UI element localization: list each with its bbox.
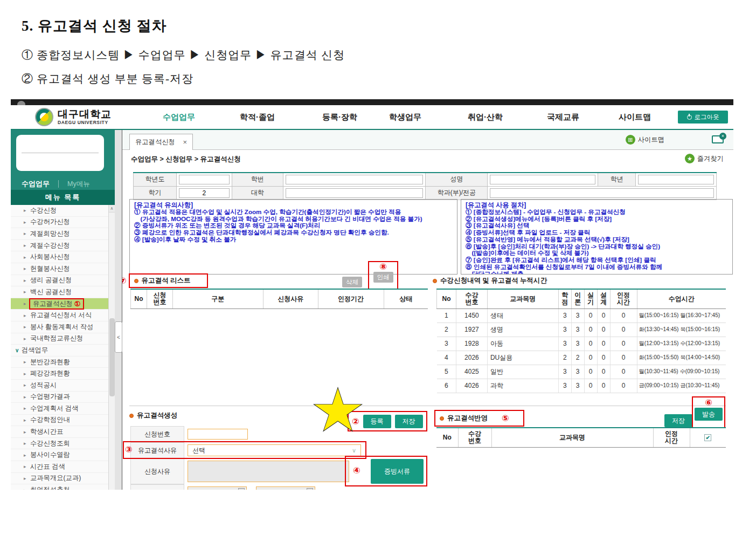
sidebar-menu-item[interactable]: 유고결석신청서 서식 [11,310,114,321]
main-content: 유고결석신청 × ⊞ 사이트맵 수업업무 > 신청업무 > 유고결석신청 ★ 즐… [122,130,733,490]
nav-item-2[interactable]: 등록·장학 [322,112,357,122]
menu-item-label: 수업평가결과 [30,392,70,401]
logout-button[interactable]: 로그아웃 [678,111,728,124]
cell-theory: 3 [571,308,584,323]
nav-item-0[interactable]: 수업업무 [163,112,195,122]
cell-course-name: DU실용 [487,351,558,365]
section-bullet-icon [129,414,134,418]
studentno-input[interactable] [286,175,424,184]
nav-item-4[interactable]: 취업·산학 [468,112,503,122]
apply-save-button[interactable]: 저장 [664,414,692,427]
cell-course-name: 아동 [487,337,558,351]
sidebar-menu-item[interactable]: 교과목개요(교과) [11,473,114,485]
name-input[interactable] [490,175,595,184]
college-input[interactable] [286,188,424,198]
period-start-input[interactable] [188,486,247,490]
menu-item-label: 분반강좌현황 [30,358,70,367]
send-button[interactable]: 발송 [695,408,723,421]
cell-credit: 2 [558,351,571,365]
sidebar-menu-item[interactable]: 취업적성추천 [11,484,114,490]
favorite-link[interactable]: ★ 즐겨찾기 [685,154,724,163]
absence-reason-select[interactable]: 선택 ∨ [188,444,361,456]
grade-input[interactable] [638,175,714,184]
nav-item-1[interactable]: 학적·졸업 [240,112,275,122]
sidebar-menu-item[interactable]: 헌혈봉사신청 [11,263,114,275]
sidebar-menu-item[interactable]: 수강허가신청 [11,217,114,229]
create-save-button[interactable]: 저장 [395,415,423,428]
tab-absence-request[interactable]: 유고결석신청 × [129,134,193,150]
sidebar-collapse-handle[interactable]: < [115,321,122,353]
menu-item-annotation: ① [74,300,81,308]
cell-recognized-hours: 0 [610,323,637,337]
attach-evidence-button[interactable]: 증빙서류 [371,459,424,484]
year-input[interactable] [179,175,230,184]
sidebar-menu-item[interactable]: 분반강좌현황 [11,356,114,368]
tab-close-icon[interactable]: × [183,138,187,146]
annotation-3: ③ [125,444,133,455]
notice-line: 담당교수님께 제출 [466,271,728,275]
sitemap-link[interactable]: ⊞ 사이트맵 [626,135,664,145]
sidebar-menu-item[interactable]: 학생시간표 [11,426,114,438]
menu-arrow-icon [24,313,29,318]
sidebar-tab-main[interactable]: 수업업무 [22,179,50,189]
calendar-icon[interactable] [307,488,313,490]
calendar-icon[interactable] [238,488,245,490]
sidebar-menu-item[interactable]: 폐강강좌현황 [11,368,114,380]
create-section-title: 유고결석생성 [129,411,177,420]
enrollment-column-header: No [437,289,456,308]
cell-practice: 0 [584,323,597,337]
menu-arrow-icon [24,406,29,411]
reqno-input[interactable] [188,429,248,440]
print-button[interactable]: 인쇄 [373,272,393,283]
nav-item-3[interactable]: 학생업무 [389,112,421,122]
scrollbar-up-icon[interactable]: ∧ [109,205,115,212]
sidebar-menu-item[interactable]: 계절수강신청 [11,240,114,252]
cell-code: 2026 [456,351,487,365]
sidebar-menu-item[interactable]: 수업계획서 검색 [11,403,114,415]
menu-item-label: 봉사 활동계획서 작성 [30,323,94,332]
page: 5. 유고결석 신청 절차 ① 종합정보시스템 ▶ 수업업무 ▶ 신청업무 ▶ … [0,0,756,535]
sidebar-menu-item[interactable]: 생리 공결신청 [11,275,114,287]
scrollbar-thumb[interactable] [109,318,115,396]
sidebar-menu-item[interactable]: 시간표 검색 [11,461,114,473]
sidebar-menu-item[interactable]: 수강신청조회 [11,438,114,450]
cell-class-time: 월(10:30~11:45) 수(09:00~10:15) [637,365,726,379]
sidebar-menu-item[interactable]: 국내학점교류신청 [11,333,114,345]
menu-arrow-icon [24,336,29,341]
university-logo[interactable]: 대구대학교 DAEGU UNIVERSITY [35,108,112,126]
power-icon [687,115,692,120]
register-button[interactable]: 등록 [363,415,391,428]
menu-arrow-icon [24,324,29,330]
sidebar-menu-item[interactable]: 수강신청 [11,205,114,217]
sidebar-menu-item[interactable]: 계절희망신청 [11,228,114,240]
university-name: 대구대학교 [58,109,112,119]
sidebar-menu-item[interactable]: 백신 공결신청 [11,286,114,298]
enrollment-row: 1 1450 생태 3 3 0 0 0 월(15:00~16:15) 월(16:… [437,308,726,323]
dept-input[interactable] [490,188,714,198]
popup-window-icon[interactable] [712,135,724,143]
detail-reason-textarea[interactable] [188,461,349,482]
sidebar-menu-item[interactable]: 봉사 활동계획서 작성 [11,321,114,333]
period-label: 인정기간 [130,484,184,490]
sidebar-menu-item[interactable]: 봉사이수열람 [11,449,114,461]
sidebar-menu-item[interactable]: 성적공시 [11,380,114,392]
sidebar-menu-item[interactable]: 사회봉사신청 [11,251,114,263]
sidebar-menu-item[interactable]: 수업평가결과 [11,392,114,403]
sidebar-menu-item[interactable]: 검색업무 [11,345,114,356]
semester-input[interactable] [179,188,230,198]
menu-item-label: 헌혈봉사신청 [30,264,70,273]
menu-item-label: 성적공시 [30,381,57,390]
delete-button[interactable]: 삭제 [342,277,362,287]
cell-class-time: 월(12:00~13:15) 수(12:00~13:15) [637,337,726,351]
sidebar-scrollbar[interactable]: ∧ [108,205,115,490]
sidebar-menu-item[interactable]: 유고결석신청 ① [11,298,114,310]
list-column-header: 신청사유 [263,289,318,308]
sidebar-menu-item[interactable]: 수강학점안내 [11,415,114,427]
select-all-checkbox[interactable]: ✔ [704,434,711,441]
period-tilde: ~ [250,488,254,490]
sidebar-tab-mymenu[interactable]: My메뉴 [67,180,90,189]
nav-item-6[interactable]: 사이트맵 [619,112,651,122]
menu-arrow-icon [15,347,20,353]
nav-item-5[interactable]: 국제교류 [547,112,579,122]
period-end-input[interactable] [256,486,315,490]
